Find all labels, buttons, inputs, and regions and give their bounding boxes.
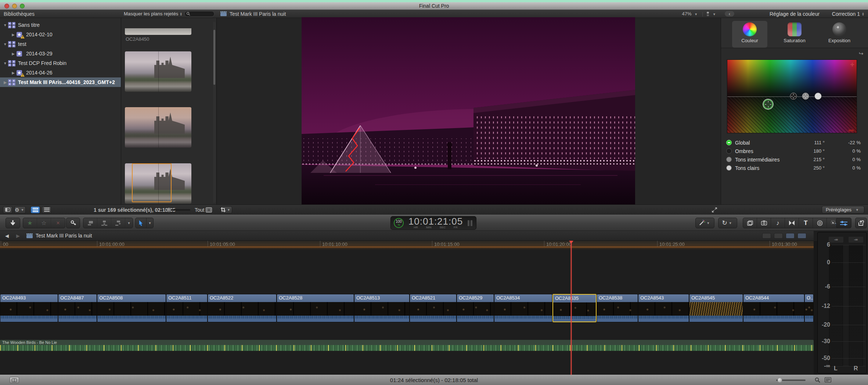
viewer-video-frame[interactable]	[302, 17, 635, 205]
playhead-handle[interactable]	[569, 241, 573, 244]
timeline-clip[interactable]: OC2A8535	[552, 294, 597, 322]
color-board[interactable]: +	[727, 59, 857, 133]
control-degrees-value[interactable]: 250 °	[813, 165, 825, 171]
tons-intermediaires-puck[interactable]	[802, 93, 809, 100]
disclosure-triangle-icon[interactable]: ▼	[2, 61, 8, 65]
filter-popup[interactable]: Masquer les plans rejetés ▲▼	[124, 11, 182, 17]
control-percent-value[interactable]: 0 %	[853, 148, 861, 154]
tab-saturation[interactable]: Saturation	[777, 21, 812, 48]
reset-icon[interactable]: ↩	[859, 50, 864, 57]
sidebar-item[interactable]: ▼Sans titre	[0, 20, 121, 30]
effects-browser-button[interactable]	[743, 218, 757, 228]
sidebar-item[interactable]: ▶Test Mark III PAris...40416_2023_GMT+2	[0, 77, 121, 87]
titles-browser-button[interactable]: T	[799, 218, 813, 228]
timeline-ruler[interactable]: 0010:01:00:0010:01:05:0010:01:10:0010:01…	[0, 241, 814, 247]
transitions-browser-button[interactable]	[785, 218, 799, 228]
sidebar-item[interactable]: ▼Test DCP Fred Robin	[0, 58, 121, 68]
playhead[interactable]	[571, 241, 572, 375]
inspector-toggle-button[interactable]	[836, 218, 851, 228]
disclosure-triangle-icon[interactable]: ▼	[2, 42, 8, 46]
timeline-clip[interactable]: OC2A8522	[208, 294, 277, 322]
zoom-level-dropdown[interactable]: 47% ▼	[682, 11, 699, 17]
timeline-clip[interactable]: OC2A8493	[0, 294, 58, 322]
timeline-clip[interactable]: OC2A8487	[58, 294, 97, 322]
search-input[interactable]	[184, 11, 215, 17]
sidebar-item[interactable]: ▶2014-03-29	[0, 49, 121, 58]
sidebar-toggle-button[interactable]	[3, 206, 12, 214]
timeline-lanes[interactable]: OC2A8493OC2A8487OC2A8508OC2A8511OC2A8522…	[0, 247, 814, 375]
import-button[interactable]	[6, 218, 20, 228]
color-control-row[interactable]: Global111 °-22 %	[721, 138, 868, 147]
control-degrees-value[interactable]: 215 °	[813, 157, 825, 162]
reject-button[interactable]: ×	[51, 218, 65, 228]
add-puck-icon[interactable]: +	[850, 61, 854, 69]
timeline-zoom-slider[interactable]	[776, 379, 806, 381]
clip-thumbnail[interactable]	[125, 163, 191, 204]
control-degrees-value[interactable]: 111 °	[814, 140, 825, 145]
tab-couleur[interactable]: Couleur	[732, 21, 767, 48]
sidebar-item[interactable]: ▼test	[0, 39, 121, 49]
control-percent-value[interactable]: 0 %	[853, 165, 861, 171]
close-button[interactable]	[4, 4, 9, 8]
timeline-clip[interactable]: OC2A8521	[410, 294, 457, 322]
control-degrees-value[interactable]: 180 °	[813, 148, 825, 154]
filmstrip-duration-slider[interactable]	[166, 209, 190, 211]
tool-selector[interactable]: ▼	[135, 218, 154, 228]
append-edit-button[interactable]	[111, 218, 125, 228]
timeline-forward-button[interactable]: ▶	[16, 233, 20, 239]
snapping-icon[interactable]	[797, 233, 806, 239]
presets-dropdown[interactable]: Préréglages ▼	[822, 206, 864, 214]
filmstrip-view-button[interactable]	[30, 206, 40, 214]
keyword-button[interactable]	[66, 218, 80, 228]
timeline-clip[interactable]: OC2A8538	[597, 294, 638, 322]
unrate-button[interactable]: ☆	[37, 218, 51, 228]
browser-action-dropdown[interactable]: ⚙▼	[14, 206, 26, 214]
audio-skimming-icon[interactable]	[774, 233, 783, 239]
tons-clairs-puck[interactable]	[815, 93, 822, 100]
tool-dropdown[interactable]: ▼	[147, 218, 153, 228]
list-view-button[interactable]	[42, 206, 51, 214]
fullscreen-button[interactable]	[712, 207, 717, 213]
disclosure-triangle-icon[interactable]: ▼	[2, 23, 8, 27]
edit-options-dropdown[interactable]: ▼	[125, 218, 133, 228]
clip-thumbnail-partial[interactable]	[125, 28, 191, 35]
correction-selector[interactable]: Correction 1 ▲▼	[832, 11, 864, 17]
transform-crop-dropdown[interactable]: ▼	[220, 206, 232, 214]
music-browser-button[interactable]: ♪	[771, 218, 785, 228]
selection-range[interactable]	[132, 163, 172, 202]
solo-icon[interactable]	[786, 233, 795, 239]
timeline-clip[interactable]: OC2A8508	[97, 294, 166, 322]
color-control-row[interactable]: Tons intermédiaires215 °0 %	[721, 155, 868, 164]
timeline-scrollbar[interactable]	[814, 241, 817, 375]
retime-dropdown[interactable]: ↻ ▼	[718, 218, 737, 228]
timeline-clip[interactable]: OC2A8513	[354, 294, 410, 322]
zoom-button[interactable]	[20, 4, 25, 8]
tab-exposition[interactable]: Exposition	[822, 21, 857, 48]
timeline-clip[interactable]: O...	[804, 294, 814, 322]
audio-clip[interactable]: The Wooden Birds - Be No Lie	[0, 340, 814, 351]
photos-browser-button[interactable]	[757, 218, 771, 228]
timeline-clip[interactable]: OC2A8528	[277, 294, 354, 322]
disclosure-triangle-icon[interactable]: ▶	[10, 33, 16, 37]
ombres-puck[interactable]	[790, 93, 797, 100]
disclosure-triangle-icon[interactable]: ▶	[10, 71, 16, 75]
control-percent-value[interactable]: -22 %	[848, 140, 861, 145]
timeline-clip[interactable]: OC2A8543	[638, 294, 689, 322]
enhancements-dropdown[interactable]: ▼	[695, 218, 714, 228]
sidebar-item[interactable]: ▶2014-02-10	[0, 30, 121, 39]
insert-edit-button[interactable]	[97, 218, 111, 228]
browser-scrollbar[interactable]	[213, 22, 216, 203]
timeline-clip[interactable]: OC2A8545	[689, 294, 743, 322]
disclosure-triangle-icon[interactable]: ▶	[10, 52, 16, 56]
display-options-dropdown[interactable]: ▼	[706, 11, 717, 17]
minimize-button[interactable]	[12, 4, 17, 8]
timeline-back-button[interactable]: ◀	[5, 233, 9, 239]
connect-edit-button[interactable]	[83, 218, 97, 228]
color-control-row[interactable]: Ombres180 °0 %	[721, 147, 868, 155]
generators-browser-button[interactable]: 2	[813, 218, 827, 228]
timeline-index-button[interactable]	[825, 377, 831, 382]
timeline-clip[interactable]: OC2A8511	[166, 294, 208, 322]
sidebar-item[interactable]: ▶2014-04-26	[0, 68, 121, 77]
share-button[interactable]	[855, 218, 867, 228]
timeline-clip[interactable]: OC2A8534	[494, 294, 552, 322]
